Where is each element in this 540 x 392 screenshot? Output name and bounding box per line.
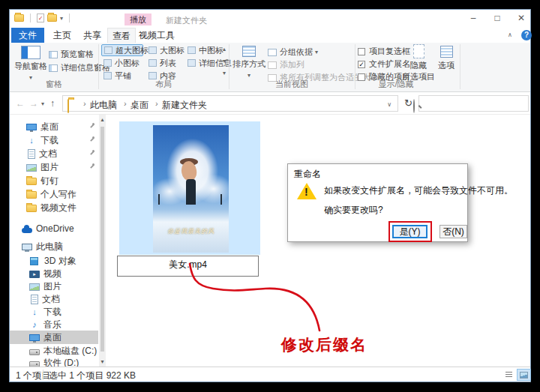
pin-icon [89,164,95,170]
separator [69,13,70,22]
group-by-button[interactable]: 分组依据 ▾ [268,46,318,58]
view-small-icons[interactable]: 小图标 [101,57,143,69]
back-icon[interactable]: ← [16,98,25,109]
group-label-current-view: 当前视图 [232,79,352,90]
qat-dropdown-icon[interactable]: ▾ [60,15,63,22]
sort-by-button[interactable]: 排序方式 ▾ [232,46,266,79]
refresh-icon[interactable]: ↻ [404,97,412,109]
dialog-title: 重命名 [294,168,321,181]
items-count: 1 个项目 [16,370,50,382]
sidebar-item-downloads-quick[interactable]: ↓下载 [10,133,98,147]
sidebar-scrollbar[interactable]: ▴ ▾ [99,115,106,367]
3d-objects-icon [30,257,38,265]
ribbon-collapse-icon[interactable]: ∧ [508,31,512,38]
hide-selected-items-button[interactable]: 隐藏 所选项目 [401,44,436,82]
search-box[interactable] [418,95,529,112]
up-icon[interactable]: ↑ [50,98,55,109]
layout-scroll-down-icon[interactable]: ▾ [223,58,226,64]
minimize-button[interactable]: – [464,13,482,25]
breadcrumb-bar[interactable]: › 此电脑 › 桌面 › 新建文件夹 ∨ [62,95,398,112]
chevron-down-icon: ▾ [248,72,250,79]
quick-access-toolbar: ✓ ▾ [14,13,73,22]
layout-scroll-up-icon[interactable]: ▴ [223,46,226,52]
rename-dialog: 重命名 如果改变文件扩展名，可能会导致文件不可用。 确实要更改吗? 是(Y) 否… [287,163,468,242]
breadcrumb-this-pc[interactable]: 此电脑 [90,99,117,112]
pictures-icon [29,283,40,291]
details-view-icon [188,59,196,67]
rename-input[interactable]: 美女.mp4 [117,256,259,277]
navigation-pane-icon [21,46,40,59]
help-icon[interactable]: ? [521,30,532,40]
view-large-icons[interactable]: 大图标 [146,44,182,56]
sidebar-item-3d-objects[interactable]: 3D 对象 [10,254,98,268]
search-icon [413,99,415,113]
sort-by-icon [242,46,256,57]
folder-icon [68,99,69,113]
no-button[interactable]: 否(N) [440,225,467,238]
sidebar-item-desktop-selected[interactable]: 桌面 [10,331,98,344]
chevron-down-icon: ▾ [315,49,318,55]
view-medium-icons[interactable]: 中图标 [185,44,221,56]
breadcrumb-desktop[interactable]: 桌面 [130,99,148,112]
sidebar-item-videos[interactable]: ▸视频 [10,267,98,280]
preview-pane-button[interactable]: 预览窗格 [49,49,94,60]
view-extra-large-icons[interactable]: 超大图标 [101,44,143,56]
tab-home[interactable]: 主页 [49,28,76,43]
sidebar-item-video-files[interactable]: 视频文件 [10,201,98,214]
disk-icon [29,349,40,355]
tab-video-tools[interactable]: 视频工具 [137,28,176,43]
sidebar-item-pictures[interactable]: 图片 [10,280,98,293]
contextual-tab-header: 播放 [124,13,152,25]
view-list[interactable]: 列表 [146,57,182,69]
address-dropdown-icon[interactable]: ∨ [387,101,392,108]
thumbnail-caption: 你是我最美的风 [153,227,229,235]
warning-icon [297,183,316,199]
sidebar-item-personal-writing[interactable]: 个人写作 [10,187,98,201]
scrollbar-thumb[interactable] [100,127,104,352]
breadcrumb-new-folder[interactable]: 新建文件夹 [162,99,207,112]
maximize-button[interactable]: □ [488,13,506,25]
folder-icon[interactable] [14,14,24,22]
list-view-icon [148,59,157,67]
close-button[interactable]: ✕ [512,13,530,25]
breadcrumb-sep-icon: › [80,99,90,108]
group-separator [355,44,356,89]
layout-more-icon[interactable]: ▾ [223,70,226,76]
checkbox-unchecked-icon [358,48,365,55]
view-details[interactable]: 详细信息 [185,57,226,69]
status-bar: 1 个项目 选中 1 个项目 922 KB [10,367,530,382]
thumbnail-post [158,194,160,205]
download-icon: ↓ [26,136,37,145]
navigation-pane-button[interactable]: 导航窗格 ▾ [14,46,47,81]
selected-file-tile[interactable]: 你是我最美的风 [119,121,260,255]
pictures-icon [26,164,37,172]
checkmark-doc-icon[interactable]: ✓ [37,13,44,22]
video-thumbnail[interactable]: 你是我最美的风 [153,125,229,253]
sidebar-item-pictures-quick[interactable]: 图片 [10,160,98,174]
dialog-message-line2: 确实要更改吗? [324,204,383,217]
details-view-toggle[interactable] [502,369,516,381]
tab-view[interactable]: 查看 [107,28,136,43]
sidebar-item-onedrive[interactable]: OneDrive [10,222,98,235]
folder-icon[interactable] [47,14,57,22]
scroll-down-icon[interactable]: ▾ [99,358,106,365]
tab-file[interactable]: 文件 [11,28,44,43]
sidebar-item-desktop-quick[interactable]: 桌面 [10,120,98,133]
scroll-up-icon[interactable]: ▴ [99,116,106,123]
options-button[interactable]: 选项 [434,46,458,71]
tab-share[interactable]: 共享 [79,28,106,43]
sidebar-item-documents[interactable]: 文档 [10,292,98,306]
forward-icon[interactable]: → [29,98,38,109]
sidebar-item-this-pc[interactable]: 此电脑 [10,240,98,253]
sidebar-item-documents-quick[interactable]: 文档 [10,147,98,160]
add-columns-icon [268,61,277,69]
group-separator [229,44,230,89]
details-view-icon [506,372,512,379]
recent-locations-icon[interactable]: ▾ [41,100,44,107]
separator [30,13,31,22]
sidebar-item-dingtalk[interactable]: 钉钉 [10,174,98,187]
sidebar-item-downloads[interactable]: ↓下载 [10,305,98,319]
thumbnail-view-toggle[interactable] [517,369,531,381]
sidebar-item-music[interactable]: ♪音乐 [10,318,98,331]
dialog-message-line1: 如果改变文件扩展名，可能会导致文件不可用。 [324,184,513,197]
